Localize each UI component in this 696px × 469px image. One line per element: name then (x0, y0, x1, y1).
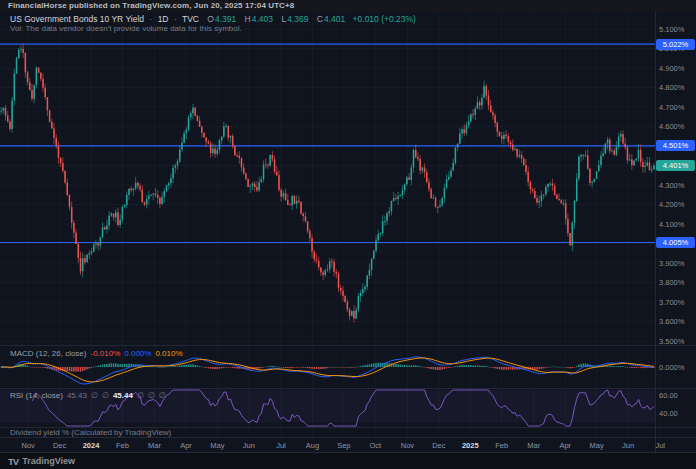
high-label: H (245, 14, 251, 24)
rsi-value: 45.44 (113, 391, 133, 400)
collapsed-pane-dividend-yield[interactable]: Dividend yield % (Calculated by TradingV… (10, 428, 171, 437)
low-value: 4.369 (287, 14, 308, 24)
rsi-value: ∅ (137, 391, 144, 400)
time-label-month: Aug (306, 441, 319, 450)
symbol-legend[interactable]: US Government Bonds 10 YR Yield · 1D · T… (10, 14, 416, 24)
symbol-title[interactable]: US Government Bonds 10 YR Yield (10, 14, 144, 24)
footer-bar: TV TradingView (0, 453, 696, 469)
price-tick: 4.100% (659, 220, 684, 229)
change-value: +0.010 (+0.23%) (353, 14, 416, 24)
tradingview-logo-icon[interactable]: TV (8, 456, 18, 467)
rsi-axis-tick: 60.00 (659, 391, 678, 400)
macd-value: -0.010% (90, 349, 120, 358)
price-tick: 3.900% (659, 259, 684, 268)
close-value: 4.401 (324, 14, 345, 24)
time-label-year: 2025 (462, 441, 479, 450)
time-label-month: Oct (369, 441, 381, 450)
price-tick: 3.600% (659, 317, 684, 326)
price-tick: 4.300% (659, 181, 684, 190)
tradingview-logo-text[interactable]: TradingView (22, 456, 75, 466)
volume-note: Vol: The data vendor doesn't provide vol… (10, 24, 242, 33)
price-tick: 4.800% (659, 83, 684, 92)
rsi-value: 45.43 (67, 391, 87, 400)
time-label-month: May (210, 441, 224, 450)
price-tick: 4.900% (659, 64, 684, 73)
time-label-month: Feb (116, 441, 129, 450)
rsi-value: ∅ (91, 391, 98, 400)
time-label-month: Dec (432, 441, 445, 450)
level-price-label: 4.005% (656, 237, 695, 248)
macd-value: 0.010% (155, 349, 182, 358)
open-label: O (207, 14, 214, 24)
dividend-yield-label: Dividend yield % (Calculated by TradingV… (10, 428, 171, 437)
macd-status-line[interactable]: MACD (12, 26, close)-0.010%0.000%0.010% (10, 349, 183, 358)
time-label-month: Jul (655, 441, 665, 450)
time-label-month: Jun (243, 441, 255, 450)
rsi-status-line[interactable]: RSI (14, close)45.43∅∅45.44∅∅∅ (10, 391, 166, 400)
rsi-value: ∅ (159, 391, 166, 400)
legend-separator: · (174, 14, 177, 24)
level-price-label: 5.022% (656, 39, 695, 50)
rsi-label: RSI (14, close) (10, 391, 63, 400)
price-tick: 4.200% (659, 200, 684, 209)
high-value: 4.403 (252, 14, 273, 24)
macd-axis-tick: 0.000% (659, 363, 684, 372)
time-label-month: Feb (495, 441, 508, 450)
time-label-month: Nov (21, 441, 34, 450)
price-tick: 4.700% (659, 103, 684, 112)
rsi-axis-tick: 40.00 (659, 409, 678, 418)
time-label-month: Sep (337, 441, 350, 450)
exchange-label[interactable]: TVC (182, 14, 199, 24)
price-tick: 3.800% (659, 278, 684, 287)
time-label-month: Mar (527, 441, 540, 450)
time-label-month: Dec (53, 441, 66, 450)
macd-label: MACD (12, 26, close) (10, 349, 86, 358)
last-price-label: 4.401% (656, 160, 695, 171)
macd-value: 0.000% (124, 349, 151, 358)
price-tick: 3.500% (659, 337, 684, 346)
price-tick: 5.100% (659, 25, 684, 34)
time-label-month: May (590, 441, 604, 450)
time-label-month: Jun (622, 441, 634, 450)
time-label-month: Apr (559, 441, 571, 450)
price-tick: 4.600% (659, 122, 684, 131)
rsi-value: ∅ (102, 391, 109, 400)
time-label-month: Apr (180, 441, 192, 450)
legend-separator: · (149, 14, 152, 24)
time-label-month: Nov (401, 441, 414, 450)
open-value: 4.391 (215, 14, 236, 24)
time-label-year: 2024 (83, 441, 100, 450)
close-label: C (317, 14, 323, 24)
price-tick: 3.700% (659, 298, 684, 307)
interval-label[interactable]: 1D (158, 14, 169, 24)
level-price-label: 4.501% (656, 140, 695, 151)
time-label-month: Jul (276, 441, 286, 450)
tradingview-published-chart: FinancialHorse published on TradingView.… (0, 0, 696, 469)
rsi-value: ∅ (148, 391, 155, 400)
low-label: L (281, 14, 286, 24)
time-label-month: Mar (148, 441, 161, 450)
